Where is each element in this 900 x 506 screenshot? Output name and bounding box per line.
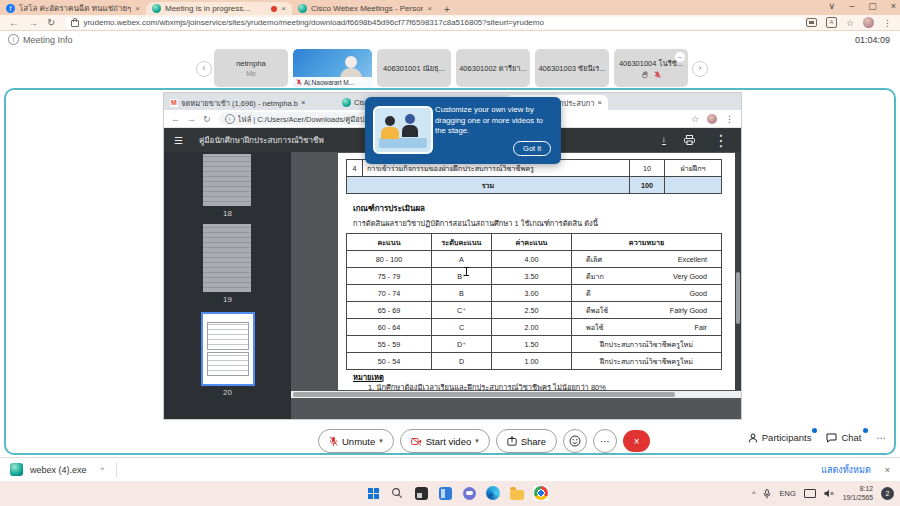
start-video-button[interactable]: Start video ▾	[400, 429, 490, 453]
reload-button[interactable]: ↻	[47, 17, 55, 28]
participant-tile-video[interactable]: Aj.Naowarart M...	[293, 49, 372, 87]
got-it-button[interactable]: Got it	[513, 141, 551, 156]
cell-grade: D⁺	[432, 336, 492, 353]
pdf-thumbnail-18[interactable]	[203, 154, 251, 206]
participant-tile[interactable]: – 406301004 โนรีซั...	[614, 49, 688, 87]
participant-tile[interactable]: 406301001 ณัยธุ...	[377, 49, 451, 87]
translate-icon[interactable]: A	[826, 17, 837, 28]
shared-tab-gmail[interactable]: M จดหมายขาเข้า (1,696) - netmpha.b ×	[164, 95, 336, 110]
reactions-button[interactable]	[563, 429, 587, 453]
browser-menu-icon[interactable]: ⋮	[883, 18, 892, 28]
taskbar-app-dark[interactable]	[412, 484, 430, 502]
thumbnail-table-sketch	[207, 322, 249, 350]
search-button[interactable]	[388, 484, 406, 502]
share-button[interactable]: Share	[496, 429, 557, 453]
recording-dot-icon	[271, 6, 277, 12]
new-tab-button[interactable]: +	[444, 4, 450, 15]
browser-tab-facebook[interactable]: f โสโล ค่ะอัตราคนฉีด ทนแช่ถ่ายๆ 😆 ×	[0, 2, 146, 15]
scrollbar-thumb[interactable]	[736, 272, 740, 324]
forward-button[interactable]: →	[28, 17, 38, 28]
cell-total-value: 100	[630, 177, 665, 194]
participant-tile[interactable]: 406301003 ซัยนีเร...	[535, 49, 609, 87]
browser-tab-meeting[interactable]: Meeting is in progress... ×	[146, 2, 292, 15]
grade-row: 55 - 59 D⁺ 1.50 ฝึกประสบการณ์วิชาชีพครูใ…	[347, 336, 722, 353]
language-indicator[interactable]: ENG	[779, 489, 795, 498]
print-icon[interactable]	[684, 135, 695, 145]
taskbar-app-blue[interactable]	[436, 484, 454, 502]
participant-tile-self[interactable]: netrnpha Me	[214, 49, 288, 87]
share-icon	[507, 436, 517, 446]
taskbar-chat[interactable]	[460, 484, 478, 502]
pdf-vertical-scrollbar[interactable]	[735, 152, 741, 390]
pdf-thumbnail-20[interactable]	[201, 312, 255, 386]
show-all-link[interactable]: แสดงทั้งหมด	[821, 463, 871, 477]
close-tab-icon[interactable]: ×	[135, 4, 140, 13]
more-options-button[interactable]: ⋯	[593, 429, 617, 453]
tab-search-icon[interactable]: ∨	[829, 1, 836, 11]
panel-buttons: Participants Chat ⋯	[748, 432, 886, 443]
close-download-bar-icon[interactable]: ×	[885, 465, 890, 475]
cell-meaning: ฝึกประสบการณ์วิชาชีพครูใหม่	[572, 353, 722, 370]
scrollbar-thumb[interactable]	[293, 392, 675, 397]
download-filename[interactable]: webex (4).exe	[30, 465, 87, 475]
back-button[interactable]: ←	[171, 114, 180, 124]
close-tab-icon[interactable]: ×	[301, 98, 305, 107]
taskbar-explorer[interactable]	[508, 484, 526, 502]
panel-more-button[interactable]: ⋯	[877, 432, 887, 443]
unmute-button[interactable]: Unmute ▾	[318, 429, 394, 453]
volume-muted-icon[interactable]	[824, 489, 835, 498]
minimize-button[interactable]: –	[849, 1, 854, 11]
forward-button[interactable]: →	[187, 114, 196, 124]
bookmark-star-icon[interactable]: ☆	[691, 114, 699, 124]
notification-badge[interactable]: 2	[881, 487, 894, 500]
chevron-down-icon[interactable]: ▾	[379, 437, 383, 445]
address-bar[interactable]: yrudemo.webex.com/wbxmjs/joinservice/sit…	[65, 17, 806, 29]
tray-mic-icon[interactable]	[763, 489, 771, 499]
chat-button[interactable]: Chat	[826, 432, 861, 443]
smiley-icon	[569, 435, 581, 447]
close-tab-icon[interactable]: ×	[598, 98, 602, 107]
dark-app-icon	[415, 487, 428, 500]
close-window-button[interactable]: ×	[891, 1, 896, 11]
participant-tile[interactable]: 406301002 ดารียา...	[456, 49, 530, 87]
pdf-thumbnail-19[interactable]	[203, 224, 251, 292]
taskbar-edge[interactable]	[484, 484, 502, 502]
chevron-down-icon[interactable]: ▾	[475, 437, 479, 445]
filmstrip-prev-button[interactable]: ‹	[196, 61, 212, 77]
divider	[116, 462, 117, 478]
browser-tab-webex-home[interactable]: Cisco Webex Meetings - Person... ×	[292, 2, 438, 15]
taskbar-chrome[interactable]	[532, 484, 550, 502]
close-tab-icon[interactable]: ×	[427, 4, 432, 13]
network-icon[interactable]	[804, 489, 816, 498]
profile-avatar[interactable]	[863, 17, 874, 28]
cell-meaning: พอใช้ Fair	[572, 319, 722, 336]
close-tab-icon[interactable]: ×	[281, 4, 286, 13]
profile-avatar[interactable]	[707, 114, 717, 124]
tray-caret-icon[interactable]: ^	[752, 489, 756, 498]
cell-meaning: ดี Good	[572, 285, 722, 302]
info-icon[interactable]: i	[8, 34, 19, 45]
cell-value: 2.00	[492, 319, 572, 336]
bookmark-star-icon[interactable]: ☆	[846, 18, 854, 28]
download-caret-icon[interactable]: ^	[101, 465, 105, 474]
back-button[interactable]: ←	[9, 17, 19, 28]
cast-icon[interactable]	[806, 18, 817, 27]
maximize-button[interactable]: ▢	[868, 1, 877, 11]
notification-dot	[812, 428, 817, 433]
clock[interactable]: 8:12 19/1/2565	[843, 485, 873, 501]
tile-more-button[interactable]: –	[675, 52, 685, 62]
reload-button[interactable]: ↻	[203, 114, 211, 124]
leave-meeting-button[interactable]: ×	[623, 430, 650, 452]
facebook-icon: f	[6, 4, 15, 13]
pdf-horizontal-scrollbar[interactable]	[291, 391, 741, 398]
filmstrip-next-button[interactable]: ›	[692, 61, 708, 77]
participants-button[interactable]: Participants	[748, 432, 812, 443]
meeting-info-label[interactable]: Meeting Info	[23, 35, 73, 45]
windows-logo-icon	[368, 488, 379, 499]
start-button[interactable]	[364, 484, 382, 502]
pdf-more-icon[interactable]: ⋮	[713, 131, 729, 150]
pdf-menu-icon[interactable]: ☰	[174, 135, 183, 146]
browser-menu-icon[interactable]: ⋮	[725, 114, 734, 124]
download-icon[interactable]: ↓	[662, 135, 667, 145]
download-bar-actions: แสดงทั้งหมด ×	[821, 463, 890, 477]
